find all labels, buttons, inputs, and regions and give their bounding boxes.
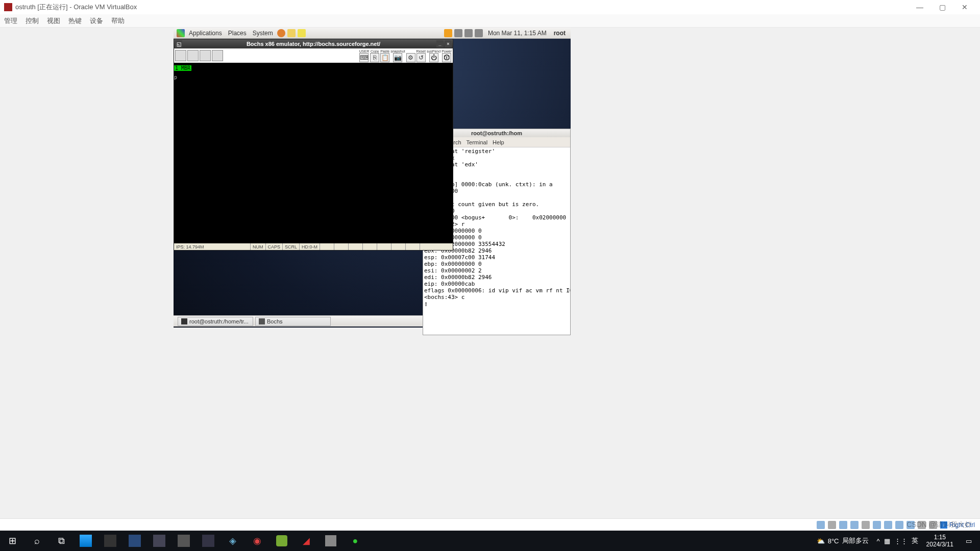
app-icon <box>104 535 116 547</box>
pinned-app-6[interactable] <box>196 531 220 551</box>
taskbar-item-bochs[interactable]: Bochs <box>255 317 331 326</box>
bochs-window[interactable]: ◱ Bochs x86 emulator, http://bochs.sourc… <box>174 39 453 251</box>
minimize-button[interactable]: — <box>909 0 931 14</box>
vbox-titlebar[interactable]: ostruth [正在运行] - Oracle VM VirtualBox — … <box>0 0 980 14</box>
weather-temp: 8°C <box>828 537 839 545</box>
vbox-menu-devices[interactable]: 设备 <box>90 16 103 26</box>
vbox-usb-icon[interactable] <box>862 521 870 529</box>
taskbar-date: 2024/3/11 <box>926 541 953 548</box>
firefox-icon[interactable] <box>277 29 285 37</box>
vbox-menu-hotkeys[interactable]: 热键 <box>68 16 82 26</box>
app-icon <box>276 535 287 546</box>
app-icon <box>202 535 214 547</box>
network-icon[interactable] <box>464 29 473 37</box>
gnome-foot-icon[interactable] <box>177 29 185 37</box>
watermark-text: CSDN @请叫我大虾 <box>906 520 972 530</box>
pinned-app-2[interactable] <box>98 531 122 551</box>
weather-widget[interactable]: ⛅ 8°C 局部多云 <box>813 536 873 545</box>
bochs-titlebar[interactable]: ◱ Bochs x86 emulator, http://bochs.sourc… <box>174 39 453 48</box>
bochs-copy-button[interactable]: ⎘ <box>370 53 379 62</box>
display-icon[interactable] <box>475 29 483 37</box>
bochs-vga-display[interactable]: 1 MBR p <box>174 63 453 243</box>
pinned-app-9[interactable]: ◢ <box>294 531 318 551</box>
bochs-caps: CAPS <box>266 243 283 250</box>
gnome-user[interactable]: root <box>551 30 569 37</box>
maximize-button[interactable]: ▢ <box>931 0 953 14</box>
taskbar-clock[interactable]: 1:15 2024/3/11 <box>922 534 958 548</box>
bochs-floppy-a-icon[interactable] <box>175 50 186 61</box>
editor-icon[interactable] <box>298 29 306 37</box>
bochs-title-text: Bochs x86 emulator, http://bochs.sourcef… <box>247 41 380 47</box>
pinned-wechat[interactable]: ● <box>343 531 368 551</box>
update-icon[interactable] <box>444 29 452 37</box>
pinned-app-1[interactable] <box>74 531 98 551</box>
gnome-clock[interactable]: Mon Mar 11, 1:15 AM <box>484 30 551 37</box>
bochs-cdrom-icon[interactable] <box>200 50 211 61</box>
bochs-minimize-icon[interactable]: _ <box>436 40 444 47</box>
taskbar-item-terminal[interactable]: root@ostruth:/home/tr... <box>178 317 253 326</box>
vbox-hdd-icon[interactable] <box>817 521 825 529</box>
vbox-statusbar: ↓Right Ctrl <box>0 518 980 531</box>
vbox-menu-help[interactable]: 帮助 <box>111 16 125 26</box>
pinned-app-4[interactable] <box>147 531 172 551</box>
tray-chevron-up-icon[interactable]: ^ <box>877 537 880 545</box>
windows-taskbar: ⊞ ⌕ ⧉ ◈ ◉ ◢ ● ⛅ 8°C 局部多云 ^ ▦ ⋮⋮ 英 1:15 2… <box>0 531 980 551</box>
bochs-task-icon <box>259 318 265 324</box>
bochs-toolbar: USER⌨ Copy⎘ Paste📋 snapshot📷 ⚙ Reset↺ su… <box>174 48 453 63</box>
menu-applications[interactable]: Applications <box>186 30 225 37</box>
task-view-button[interactable]: ⧉ <box>49 531 74 551</box>
taskbar-time: 1:15 <box>926 534 953 541</box>
pinned-virtualbox[interactable]: ◈ <box>220 531 245 551</box>
bochs-ips: IPS: 14.794M <box>174 243 251 250</box>
tray-wifi-icon[interactable]: ⋮⋮ <box>894 537 908 545</box>
vbox-recording-icon[interactable] <box>895 521 903 529</box>
vbox-shared-folder-icon[interactable] <box>873 521 881 529</box>
bochs-mouse-icon[interactable] <box>212 50 223 61</box>
task-view-icon: ⧉ <box>54 534 68 548</box>
terminal-menu-terminal[interactable]: Terminal <box>467 139 488 145</box>
bochs-power-button[interactable]: ⏼ <box>442 53 451 62</box>
start-button[interactable]: ⊞ <box>0 531 24 551</box>
bochs-reset-button[interactable]: ↺ <box>416 53 426 62</box>
bochs-user-button[interactable]: ⌨ <box>359 53 369 62</box>
app-icon <box>178 535 190 547</box>
notification-icon: ▭ <box>966 537 972 545</box>
bochs-menu-icon[interactable]: ◱ <box>175 40 182 47</box>
vbox-menu-manage[interactable]: 管理 <box>4 16 17 26</box>
tray-ime[interactable]: 英 <box>912 536 918 545</box>
menu-system[interactable]: System <box>250 30 276 37</box>
vbox-optical-icon[interactable] <box>828 521 836 529</box>
notes-icon[interactable] <box>287 29 296 37</box>
vbox-display-icon[interactable] <box>884 521 892 529</box>
bochs-snapshot-button[interactable]: 📷 <box>393 53 402 62</box>
pinned-calculator[interactable] <box>318 531 343 551</box>
bochs-suspend-button[interactable]: ⏻ <box>429 53 438 62</box>
close-button[interactable]: ✕ <box>953 0 976 14</box>
bochs-num: NUM <box>251 243 266 250</box>
vbox-title-text: ostruth [正在运行] - Oracle VM VirtualBox <box>15 3 137 12</box>
menu-places[interactable]: Places <box>225 30 250 37</box>
volume-icon[interactable] <box>454 29 462 37</box>
bochs-floppy-b-icon[interactable] <box>187 50 199 61</box>
bochs-close-icon[interactable]: × <box>445 40 452 47</box>
tray-meet-now-icon[interactable]: ▦ <box>884 537 890 545</box>
system-tray: ^ ▦ ⋮⋮ 英 <box>873 536 922 545</box>
terminal-menu-help[interactable]: Help <box>493 139 504 145</box>
terminal-task-icon <box>181 318 187 324</box>
pinned-app-5[interactable] <box>172 531 196 551</box>
vbox-menu-control[interactable]: 控制 <box>26 16 39 26</box>
pinned-app-3[interactable] <box>122 531 147 551</box>
weather-desc: 局部多云 <box>842 536 869 545</box>
bochs-paste-button[interactable]: 📋 <box>380 53 389 62</box>
app-icon <box>153 535 165 547</box>
vbox-network-icon[interactable] <box>850 521 859 529</box>
pinned-app-8[interactable] <box>270 531 294 551</box>
vbox-menu-view[interactable]: 视图 <box>47 16 60 26</box>
notification-button[interactable]: ▭ <box>958 537 980 545</box>
pinned-app-7[interactable]: ◉ <box>245 531 270 551</box>
bochs-statusbar: IPS: 14.794M NUM CAPS SCRL HD:0-M <box>174 243 453 250</box>
bochs-mbr-text: 1 MBR <box>174 65 191 71</box>
bochs-config-button[interactable]: ⚙ <box>406 53 415 62</box>
search-button[interactable]: ⌕ <box>24 531 49 551</box>
vbox-audio-icon[interactable] <box>839 521 847 529</box>
